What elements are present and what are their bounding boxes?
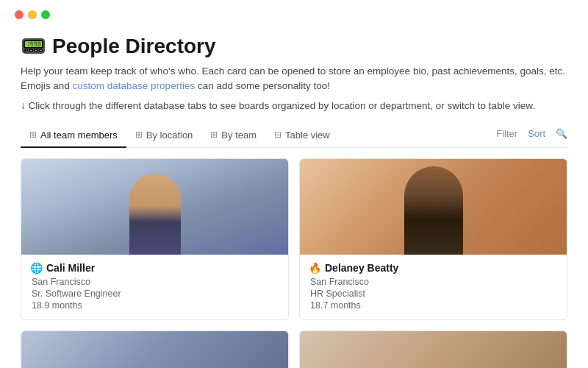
card-name-text-delaney: Delaney Beatty [325,262,398,274]
tab-by-team[interactable]: ⊞ By team [201,124,265,148]
minimize-button[interactable] [28,10,37,19]
card-name-delaney: 🔥 Delaney Beatty [309,262,558,274]
card-emoji-cali: 🌐 [30,262,43,274]
custom-properties-link[interactable]: custom database properties [73,80,196,91]
card-cali-miller[interactable]: 🌐 Cali Miller San Francisco Sr. Software… [21,158,289,320]
tab-actions: Filter Sort 🔍 [496,128,567,142]
cards-grid: 🌐 Cali Miller San Francisco Sr. Software… [21,158,567,320]
card-role-delaney: HR Specialist [309,289,558,299]
fullscreen-button[interactable] [41,10,50,19]
card-emoji-delaney: 🔥 [309,262,321,274]
cards-grid-row2 [21,330,567,368]
tab-label-all: All team members [40,130,118,141]
card-image-partial-2 [300,331,567,368]
tab-label-location: By location [146,130,193,141]
filter-button[interactable]: Filter [496,128,517,139]
search-icon: 🔍 [556,128,567,139]
tab-icon-all: ⊞ [29,130,37,140]
card-name-text-cali: Cali Miller [46,262,95,274]
card-name-cali: 🌐 Cali Miller [30,262,279,274]
tab-icon-table: ⊟ [274,130,282,140]
card-body-delaney: 🔥 Delaney Beatty San Francisco HR Specia… [300,255,567,319]
page-header: 📟 People Directory [21,34,567,58]
page-content: 📟 People Directory Help your team keep t… [0,22,588,368]
page-description: Help your team keep track of who's who. … [21,64,567,94]
card-partial-1[interactable] [21,330,289,368]
tab-all-team-members[interactable]: ⊞ All team members [21,124,126,148]
title-bar [0,0,588,22]
card-role-cali: Sr. Software Engineer [30,289,279,299]
card-image-cali [21,159,288,255]
page-desc-suffix: can add some personality too! [195,80,330,91]
traffic-lights [15,10,50,19]
card-tenure-cali: 18.9 months [30,300,279,311]
tab-label-table: Table view [285,130,330,141]
card-location-cali: San Francisco [30,277,279,287]
tab-label-team: By team [221,130,257,141]
page-emoji: 📟 [21,34,46,58]
sort-button[interactable]: Sort [528,128,545,139]
page-note: ↓ Click through the different database t… [21,99,567,113]
close-button[interactable] [15,10,24,19]
page-title: People Directory [52,35,216,58]
tab-by-location[interactable]: ⊞ By location [126,124,202,148]
card-body-cali: 🌐 Cali Miller San Francisco Sr. Software… [21,255,288,319]
card-tenure-delaney: 18.7 months [309,300,558,311]
tab-table-view[interactable]: ⊟ Table view [265,124,339,148]
card-image-partial-1 [21,331,288,368]
search-button[interactable]: 🔍 [556,128,567,139]
card-location-delaney: San Francisco [309,277,558,287]
card-partial-2[interactable] [299,330,567,368]
card-delaney-beatty[interactable]: 🔥 Delaney Beatty San Francisco HR Specia… [299,158,567,320]
card-image-delaney [300,159,567,255]
tabs-bar: ⊞ All team members ⊞ By location ⊞ By te… [21,124,567,148]
tab-icon-team: ⊞ [210,130,218,140]
tab-icon-location: ⊞ [135,130,143,140]
